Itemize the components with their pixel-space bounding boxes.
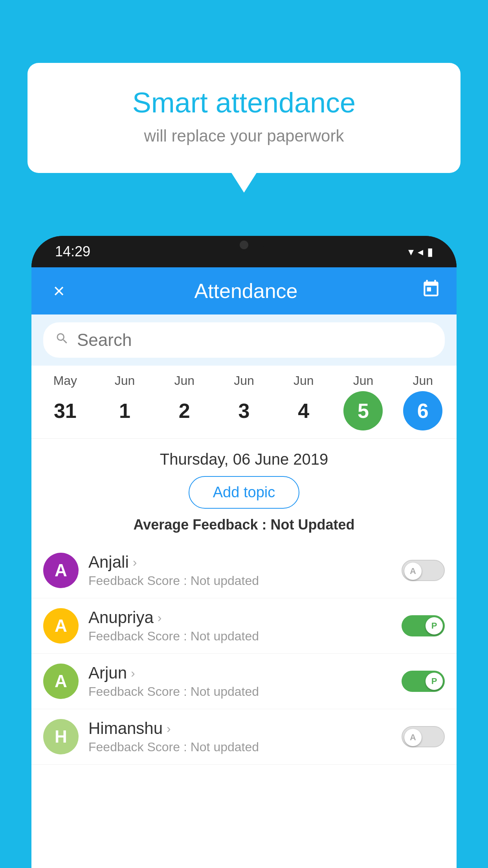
- toggle-track: A: [402, 560, 445, 581]
- calendar-day[interactable]: Jun6: [393, 373, 453, 430]
- attendance-toggle[interactable]: P: [402, 671, 445, 692]
- status-bar: 14:29 ▾ ◂ ▮: [31, 236, 457, 267]
- cal-date-label: 2: [165, 391, 204, 430]
- toggle-knob: P: [426, 617, 443, 634]
- student-name: Arjun ›: [88, 664, 392, 682]
- chevron-right-icon: ›: [167, 721, 171, 736]
- feedback-value: Not updated: [191, 629, 259, 643]
- student-info: Anjali ›Feedback Score : Not updated: [88, 553, 392, 588]
- status-icons: ▾ ◂ ▮: [408, 245, 433, 258]
- calendar-row: May31Jun1Jun2Jun3Jun4Jun5Jun6: [31, 366, 457, 439]
- student-feedback: Feedback Score : Not updated: [88, 629, 392, 644]
- cal-month-label: Jun: [234, 373, 254, 388]
- cal-month-label: Jun: [353, 373, 374, 388]
- attendance-toggle[interactable]: A: [402, 560, 445, 581]
- attendance-toggle[interactable]: A: [402, 726, 445, 747]
- toggle-track: P: [402, 615, 445, 636]
- search-icon: [55, 331, 69, 349]
- student-info: Himanshu ›Feedback Score : Not updated: [88, 719, 392, 754]
- student-name: Anjali ›: [88, 553, 392, 572]
- student-avatar: A: [43, 608, 79, 644]
- calendar-day[interactable]: Jun3: [214, 373, 274, 430]
- avg-feedback-value: Not Updated: [270, 517, 354, 533]
- app-screen: × Attendance May31Jun1Jun2Jun3Jun4Jun5Ju…: [31, 267, 457, 868]
- student-item[interactable]: AArjun ›Feedback Score : Not updatedP: [31, 654, 457, 709]
- feedback-value: Not updated: [191, 740, 259, 754]
- student-name: Himanshu ›: [88, 719, 392, 738]
- calendar-day[interactable]: Jun4: [274, 373, 334, 430]
- student-avatar: A: [43, 664, 79, 699]
- student-info: Arjun ›Feedback Score : Not updated: [88, 664, 392, 699]
- student-info: Anupriya ›Feedback Score : Not updated: [88, 608, 392, 644]
- phone-frame: 14:29 ▾ ◂ ▮ × Attendance: [31, 236, 457, 868]
- search-bar: [43, 322, 445, 358]
- toggle-knob: A: [404, 563, 422, 580]
- toggle-knob: A: [404, 729, 422, 746]
- calendar-day[interactable]: Jun1: [95, 373, 155, 430]
- selected-date: Thursday, 06 June 2019: [39, 451, 449, 468]
- cal-date-label: 31: [46, 391, 85, 430]
- student-name: Anupriya ›: [88, 608, 392, 627]
- close-button[interactable]: ×: [47, 280, 71, 302]
- student-feedback: Feedback Score : Not updated: [88, 574, 392, 588]
- student-item[interactable]: AAnupriya ›Feedback Score : Not updatedP: [31, 598, 457, 654]
- student-list: AAnjali ›Feedback Score : Not updatedAAA…: [31, 543, 457, 765]
- avg-feedback-label: Average Feedback :: [134, 517, 271, 533]
- status-time: 14:29: [55, 243, 90, 260]
- search-container: [31, 314, 457, 366]
- search-input[interactable]: [77, 330, 433, 350]
- chevron-right-icon: ›: [131, 666, 135, 680]
- app-header: × Attendance: [31, 267, 457, 314]
- calendar-day[interactable]: Jun5: [334, 373, 393, 430]
- calendar-day[interactable]: Jun2: [154, 373, 214, 430]
- cal-date-label: 6: [403, 391, 442, 430]
- cal-month-label: Jun: [115, 373, 135, 388]
- speech-title: Smart attendance: [51, 86, 437, 119]
- speech-bubble: Smart attendance will replace your paper…: [28, 63, 460, 173]
- cal-month-label: Jun: [413, 373, 433, 388]
- wifi-icon: ▾: [408, 245, 414, 258]
- student-avatar: H: [43, 719, 79, 754]
- attendance-toggle[interactable]: P: [402, 615, 445, 636]
- student-item[interactable]: HHimanshu ›Feedback Score : Not updatedA: [31, 709, 457, 765]
- page-title: Attendance: [71, 279, 421, 303]
- cal-date-label: 4: [284, 391, 323, 430]
- cal-date-label: 5: [343, 391, 383, 430]
- student-feedback: Feedback Score : Not updated: [88, 740, 392, 754]
- signal-icon: ◂: [418, 245, 423, 258]
- student-feedback: Feedback Score : Not updated: [88, 684, 392, 699]
- student-item[interactable]: AAnjali ›Feedback Score : Not updatedA: [31, 543, 457, 598]
- chevron-right-icon: ›: [133, 555, 137, 570]
- avg-feedback: Average Feedback : Not Updated: [39, 517, 449, 533]
- feedback-value: Not updated: [191, 684, 259, 699]
- toggle-track: P: [402, 671, 445, 692]
- cal-date-label: 1: [105, 391, 145, 430]
- cal-month-label: May: [53, 373, 77, 388]
- cal-date-label: 3: [224, 391, 264, 430]
- toggle-track: A: [402, 726, 445, 747]
- cal-month-label: Jun: [174, 373, 195, 388]
- speech-subtitle: will replace your paperwork: [51, 127, 437, 145]
- toggle-knob: P: [426, 673, 443, 690]
- calendar-icon[interactable]: [421, 279, 441, 303]
- add-topic-button[interactable]: Add topic: [189, 476, 299, 509]
- phone-notch: [224, 236, 264, 256]
- cal-month-label: Jun: [294, 373, 314, 388]
- feedback-value: Not updated: [191, 574, 259, 588]
- battery-icon: ▮: [427, 245, 433, 258]
- student-avatar: A: [43, 553, 79, 588]
- date-info: Thursday, 06 June 2019 Add topic Average…: [31, 439, 457, 543]
- calendar-day[interactable]: May31: [35, 373, 95, 430]
- chevron-right-icon: ›: [158, 611, 162, 625]
